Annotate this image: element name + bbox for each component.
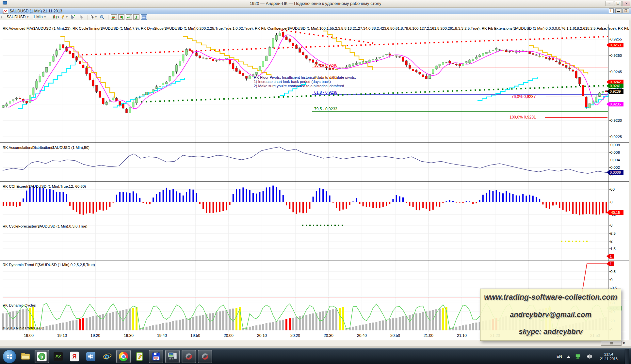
svg-text:64·: 64· xyxy=(155,359,157,360)
rdp-minimize-button[interactable]: – xyxy=(606,1,613,6)
time-axis-label: 20:40 xyxy=(357,333,367,338)
horizontal-scrollbar[interactable] xyxy=(0,340,631,346)
fxcm-icon[interactable]: FX xyxy=(51,350,65,363)
remove-tool-button[interactable] xyxy=(78,14,85,20)
price-tag: 0,9239 xyxy=(607,89,623,94)
chevron-down-icon: ▼ xyxy=(57,16,60,19)
network-tray-icon[interactable] xyxy=(575,354,582,359)
hidden-icons-chevron[interactable] xyxy=(567,355,571,358)
zoom-button[interactable] xyxy=(99,14,106,20)
rdp-titlebar: 1920 — Андрей-ПК — Подключение к удаленн… xyxy=(0,0,631,8)
panel-label-accumulation: RK Accumulation/Distribution($AUDUSD (1 … xyxy=(3,146,89,150)
time-axis-label: 19:00 xyxy=(24,333,34,338)
remote-desktop-screen: 1920 — Андрей-ПК — Подключение к удаленн… xyxy=(0,0,631,364)
time-axis-label: 19:20 xyxy=(90,333,100,338)
pivot-warning-line: RK Floor Pivots: Insufficient historical… xyxy=(254,75,356,80)
chart-window-title: $AUDUSD (1 Min) 21.11.2013 xyxy=(10,9,62,13)
instrument-dropdown[interactable]: $AUDUSD ▼ xyxy=(6,14,30,20)
interval-dropdown[interactable]: 1 Min ▼ xyxy=(32,14,47,20)
fib-level-label: 76,0% 0,9237 xyxy=(511,94,536,99)
copyright-text: © 2013 NinjaTrader, LLC xyxy=(3,326,44,330)
ninjatrader-icon-2[interactable] xyxy=(198,350,212,363)
time-axis-label: 20:20 xyxy=(290,333,300,338)
time-axis-label: 21:00 xyxy=(424,333,433,338)
fib-level-label: 38,2 - 0,9246 xyxy=(314,63,337,68)
panel-label-dynamic-cycles: RK Dynamic Cycles xyxy=(3,303,36,307)
pivot-warning-line: 1) Increase chart look back period (days… xyxy=(254,80,356,84)
window-right-edge xyxy=(629,20,631,345)
time-axis-label: 20:30 xyxy=(324,333,333,338)
notepad-plus-icon[interactable] xyxy=(133,350,147,363)
toolbar-separator xyxy=(50,15,50,20)
chart-window-titlebar[interactable]: $AUDUSD (1 Min) 21.11.2013 L ▬ ❐ xyxy=(0,8,631,14)
market-analyzer-button[interactable] xyxy=(111,14,117,20)
chart-style-button[interactable]: ▼ xyxy=(53,14,60,20)
indicator-header: RK Advanced MA($AUDUSD (1 Min),23), RK C… xyxy=(3,26,630,30)
axis-tick-label-cycleforecaster: 1,5 xyxy=(610,247,616,251)
tray-clock[interactable]: 21:54 21.11.2013 xyxy=(597,352,620,361)
pointer-mode-button[interactable]: ▼ xyxy=(90,14,97,20)
chevron-down-icon: ▼ xyxy=(95,16,97,19)
strategy-button[interactable] xyxy=(133,14,139,20)
tray-date: 21.11.2013 xyxy=(600,356,618,361)
cursor-gray-icon xyxy=(79,15,84,20)
pivot-warning-line: 2) Make sure you're connected to a histo… xyxy=(254,84,356,88)
chart-button[interactable] xyxy=(118,14,124,20)
chevron-down-icon: ▼ xyxy=(66,16,68,19)
cursor-plus-icon xyxy=(71,15,75,20)
rdp-close-button[interactable]: ✕ xyxy=(623,1,630,6)
windows-taskbar: µ FX Я e 64· xyxy=(0,348,631,364)
axis-tick-label-price: 0,9250 xyxy=(610,54,622,57)
start-button[interactable] xyxy=(3,350,16,363)
interval-value: 1 Min xyxy=(33,15,42,19)
axis-tick-label-accum: 0,006 xyxy=(610,150,620,154)
chart-restore-button[interactable]: ❐ xyxy=(623,8,629,13)
panel-label-cci: RK CCI Expert($AUDUSD (1 Min),True,12,-6… xyxy=(3,184,86,188)
yandex-icon[interactable]: Я xyxy=(67,350,82,363)
volume-tray-icon[interactable] xyxy=(586,354,593,359)
panel-label-cycleforecaster: RK CycleForecaster($AUDUSD (1 Min),0,3,6… xyxy=(3,224,88,228)
time-axis-label: 20:00 xyxy=(224,333,234,338)
system-tray: EN 21:54 21.11.2013 xyxy=(557,349,631,364)
chart-minimize-button[interactable]: ▬ xyxy=(615,8,622,13)
internet-explorer-icon[interactable]: e xyxy=(100,350,114,363)
volume-app-icon[interactable] xyxy=(84,350,98,363)
time-axis-label: 19:50 xyxy=(190,333,200,338)
scrollbar-right-arrow[interactable]: ▶ xyxy=(623,341,626,344)
utorrent-icon[interactable]: µ xyxy=(35,350,49,363)
explorer-icon[interactable] xyxy=(18,350,33,363)
link-button[interactable]: L xyxy=(609,8,614,13)
watermark-email: andreybbrv@gmail.com xyxy=(482,310,619,319)
chart-window-icon xyxy=(3,9,8,14)
axis-tick-label-dyntrend: 0,5 xyxy=(610,270,616,274)
pencil-icon xyxy=(61,15,66,20)
time-axis-label: 21:10 xyxy=(457,333,467,338)
axis-tick-label-price: 0,9225 xyxy=(610,135,622,139)
add-indicator-button[interactable] xyxy=(70,14,77,20)
tray-time: 21:54 xyxy=(600,352,618,356)
ninjatrader-icon[interactable] xyxy=(182,350,196,363)
news-button[interactable] xyxy=(126,14,132,20)
price-tag: 0,9235 xyxy=(607,102,623,107)
axis-tick-label-dyntrend: 0 xyxy=(610,278,612,282)
axis-tick-label-cycleforecaster: 2 xyxy=(610,239,612,243)
remote-desktop-icon[interactable] xyxy=(165,350,180,363)
chrome-icon[interactable] xyxy=(116,350,131,363)
watermark-url: www.trading-software-collection.com xyxy=(482,293,619,302)
candlestick-icon xyxy=(53,15,57,20)
fib-level-label: 100,0% 0,9231 xyxy=(510,115,536,119)
time-axis-label: 20:10 xyxy=(257,333,267,338)
arrow-cursor-icon xyxy=(90,15,95,20)
window-grid-button[interactable] xyxy=(141,14,147,20)
draw-tool-button[interactable]: ▼ xyxy=(61,14,68,20)
language-indicator[interactable]: EN xyxy=(557,354,562,359)
floppy-save-icon[interactable]: 64· xyxy=(149,350,163,363)
toolbar-separator xyxy=(88,15,88,20)
toolbar-drag-handle[interactable] xyxy=(1,15,4,19)
show-desktop-button[interactable] xyxy=(625,349,629,364)
price-tag: 0,0006 xyxy=(607,170,623,175)
axis-tick-label-cycleforecaster: 2,5 xyxy=(610,231,616,235)
rdp-restore-button[interactable]: ❐ xyxy=(614,1,622,6)
axis-tick-label-cci: 0 xyxy=(610,200,612,204)
scrollbar-handle[interactable] xyxy=(601,341,622,346)
